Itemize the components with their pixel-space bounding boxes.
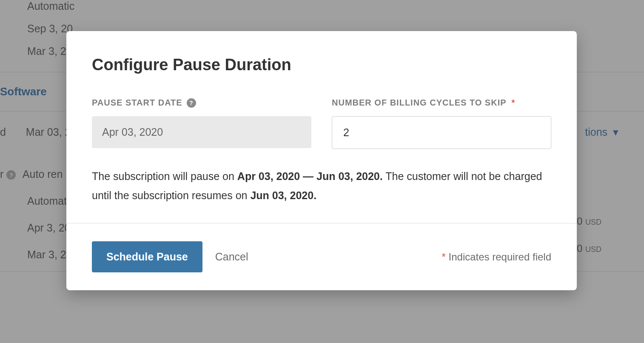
pause-description: The subscription will pause on Apr 03, 2… (92, 167, 551, 205)
modal-title: Configure Pause Duration (92, 56, 551, 74)
schedule-pause-button[interactable]: Schedule Pause (92, 241, 202, 272)
field-label-text: NUMBER OF BILLING CYCLES TO SKIP (332, 98, 507, 108)
field-row: PAUSE START DATE ? Apr 03, 2020 NUMBER O… (92, 98, 551, 149)
pause-start-date-field: PAUSE START DATE ? Apr 03, 2020 (92, 98, 311, 149)
required-indicator: * (442, 251, 446, 263)
cancel-button[interactable]: Cancel (215, 251, 248, 263)
field-label: PAUSE START DATE ? (92, 98, 311, 108)
pause-start-date-input: Apr 03, 2020 (92, 116, 311, 148)
configure-pause-modal: Configure Pause Duration PAUSE START DAT… (66, 31, 577, 290)
billing-cycles-field: NUMBER OF BILLING CYCLES TO SKIP* (332, 98, 551, 149)
required-indicator: * (512, 98, 516, 108)
field-label: NUMBER OF BILLING CYCLES TO SKIP* (332, 98, 551, 108)
required-field-note: * Indicates required field (442, 251, 552, 263)
billing-cycles-input[interactable] (332, 116, 551, 149)
field-label-text: PAUSE START DATE (92, 98, 182, 108)
help-icon[interactable]: ? (187, 98, 196, 108)
modal-footer: Schedule Pause Cancel * Indicates requir… (66, 223, 577, 290)
